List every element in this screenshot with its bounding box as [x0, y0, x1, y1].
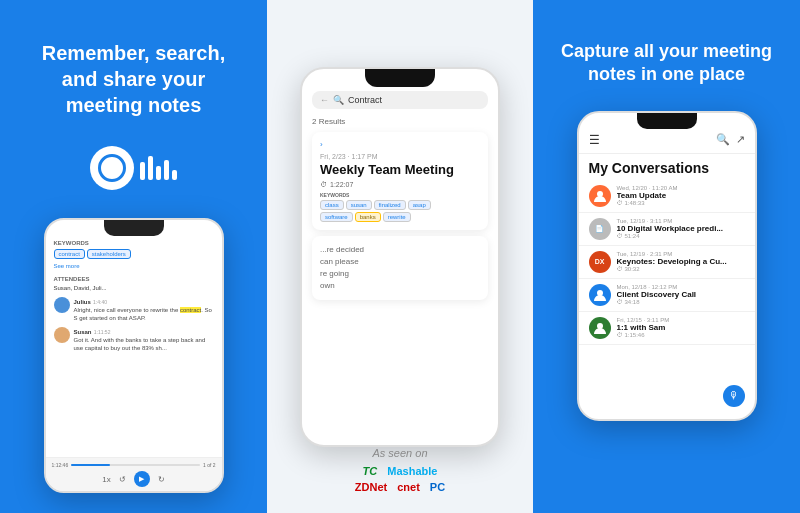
speed-button[interactable]: 1x — [102, 475, 110, 484]
rewind-button[interactable]: ↺ — [119, 475, 126, 484]
conv-duration-2: ⏱ 30:32 — [617, 266, 745, 272]
progress-track[interactable] — [71, 464, 200, 466]
mic-fab-button[interactable]: 🎙 — [723, 385, 745, 407]
tag-banks: banks — [355, 212, 381, 222]
meeting-title-1: Weekly Team Meeting — [320, 162, 480, 177]
conv-item-3[interactable]: Mon, 12/18 · 12:12 PM Client Discovery C… — [579, 279, 755, 312]
conv-item-0[interactable]: Wed, 12/20 · 11:20 AM Team Update ⏱ 1:48… — [579, 180, 755, 213]
tag-susan: susan — [346, 200, 372, 210]
control-buttons: 1x ↺ ▶ ↻ — [52, 471, 216, 487]
otter-logo — [90, 146, 177, 190]
conv-item-4[interactable]: Fri, 12/15 · 3:11 PM 1:1 with Sam ⏱ 1:15… — [579, 312, 755, 345]
current-time: 1:12:46 — [52, 462, 69, 468]
search-header-icon[interactable]: 🔍 — [716, 133, 730, 146]
logo-bar-3 — [156, 166, 161, 180]
dur-1: 51:24 — [625, 233, 640, 239]
share-header-icon[interactable]: ↗ — [736, 133, 745, 146]
conv-duration-0: ⏱ 1:48:33 — [617, 200, 745, 206]
logo-bars — [140, 156, 177, 180]
right-phone-notch — [637, 113, 697, 129]
phone-content: KEYWORDS contract stakeholders See more … — [46, 220, 222, 365]
phone-notch — [104, 220, 164, 236]
cnet-logo: cnet — [397, 481, 420, 493]
card-keyword-tags: class susan finalized asap — [320, 200, 480, 210]
pc-logo: PC — [430, 481, 445, 493]
search-bar[interactable]: ← 🔍 Contract — [312, 91, 488, 109]
conv-item-2[interactable]: DX Tue, 12/19 · 2:31 PM Keynotes: Develo… — [579, 246, 755, 279]
search-query-text: Contract — [348, 95, 382, 105]
julius-text-block: Julius 1:4:40 Alright, nice call everyon… — [74, 297, 214, 323]
conv-duration-1: ⏱ 51:24 — [617, 233, 745, 239]
mid-phone-notch — [365, 69, 435, 87]
logo-bar-5 — [172, 170, 177, 180]
meeting-card-1[interactable]: › Fri, 2/23 · 1:17 PM Weekly Team Meetin… — [312, 132, 488, 230]
card-keywords-label: KEYWORDS — [320, 192, 480, 198]
conv-avatar-0 — [589, 185, 611, 207]
conversations-list: Wed, 12/20 · 11:20 AM Team Update ⏱ 1:48… — [579, 180, 755, 345]
duration-text-1: 1:22:07 — [330, 181, 353, 188]
page-indicator: 1 of 2 — [203, 462, 216, 468]
right-panel: Capture all your meeting notes in one pl… — [533, 0, 800, 513]
card-keyword-tags-2: software banks rewrite — [320, 212, 480, 222]
conv-info-2: Tue, 12/19 · 2:31 PM Keynotes: Developin… — [617, 251, 745, 272]
header-icons: 🔍 ↗ — [716, 133, 745, 146]
left-panel: Remember, search, and share your meeting… — [0, 0, 267, 513]
conv-info-1: Tue, 12/19 · 3:11 PM 10 Digital Workplac… — [617, 218, 745, 239]
left-phone-mockup: KEYWORDS contract stakeholders See more … — [44, 218, 224, 493]
julius-avatar — [54, 297, 70, 313]
results-count: 2 Results — [312, 117, 488, 126]
logo-bar-4 — [164, 160, 169, 180]
dur-3: 34:18 — [625, 299, 640, 305]
card-chevron-icon: › — [320, 140, 480, 149]
conv-avatar-3 — [589, 284, 611, 306]
keywords-section: KEYWORDS contract stakeholders See more — [54, 240, 214, 270]
keyword-tags: contract stakeholders — [54, 249, 214, 259]
chat-bubble-susan: Susan 1:11:52 Got it. And with the banks… — [54, 327, 214, 353]
julius-name: Julius — [74, 299, 91, 305]
meeting-cards: › Fri, 2/23 · 1:17 PM Weekly Team Meetin… — [312, 132, 488, 300]
play-button[interactable]: ▶ — [134, 471, 150, 487]
tag-asap: asap — [408, 200, 431, 210]
conv-duration-4: ⏱ 1:15:46 — [617, 332, 745, 338]
attendees-section: ATTENDEES Susan, David, Juli... — [54, 276, 214, 291]
forward-button[interactable]: ↻ — [158, 475, 165, 484]
hamburger-icon[interactable]: ☰ — [589, 133, 600, 147]
progress-fill — [71, 464, 110, 466]
attendees-label: ATTENDEES — [54, 276, 214, 282]
julius-time: 1:4:40 — [93, 299, 107, 305]
conv-item-1[interactable]: 📄 Tue, 12/19 · 3:11 PM 10 Digital Workpl… — [579, 213, 755, 246]
conv-name-2: Keynotes: Developing a Cu... — [617, 257, 745, 266]
clock-3: ⏱ — [617, 299, 623, 305]
mid-phone-content: ← 🔍 Contract 2 Results › Fri, 2/23 · 1:1… — [302, 69, 498, 310]
logo-circle-inner — [98, 154, 126, 182]
contract-highlight: contract — [180, 307, 201, 313]
clock-icon: ⏱ — [320, 181, 327, 188]
middle-panel: ← 🔍 Contract 2 Results › Fri, 2/23 · 1:1… — [267, 0, 533, 513]
tag-class: class — [320, 200, 344, 210]
logo-bar-1 — [140, 162, 145, 180]
right-headline: Capture all your meeting notes in one pl… — [557, 40, 776, 87]
conv-avatar-4 — [589, 317, 611, 339]
playback-bar: 1:12:46 1 of 2 — [52, 462, 216, 468]
right-phone-mockup: ☰ 🔍 ↗ My Conversations Wed, 12/20 · 11:2… — [577, 111, 757, 421]
clock-1: ⏱ — [617, 233, 623, 239]
keyword-contract: contract — [54, 249, 85, 259]
meeting-card-2[interactable]: ...re decidedcan pleasere goingown — [312, 236, 488, 300]
attendees-text: Susan, David, Juli... — [54, 285, 214, 291]
logo-bar-2 — [148, 156, 153, 180]
conv-duration-3: ⏱ 34:18 — [617, 299, 745, 305]
see-more-link[interactable]: See more — [54, 263, 80, 269]
middle-phone-mockup: ← 🔍 Contract 2 Results › Fri, 2/23 · 1:1… — [300, 67, 500, 447]
keyword-stakeholders: stakeholders — [87, 249, 131, 259]
conv-name-4: 1:1 with Sam — [617, 323, 745, 332]
as-seen-label: As seen on — [290, 447, 510, 459]
search-magnifier: 🔍 — [333, 95, 344, 105]
conv-avatar-2: DX — [589, 251, 611, 273]
conv-name-3: Client Discovery Call — [617, 290, 745, 299]
dur-4: 1:15:46 — [625, 332, 645, 338]
tc-logo: TC — [363, 465, 378, 477]
clock-2: ⏱ — [617, 266, 623, 272]
media-logos-2: ZDNet cnet PC — [290, 481, 510, 493]
as-seen-on: As seen on TC Mashable ZDNet cnet PC — [290, 447, 510, 493]
clock-4: ⏱ — [617, 332, 623, 338]
